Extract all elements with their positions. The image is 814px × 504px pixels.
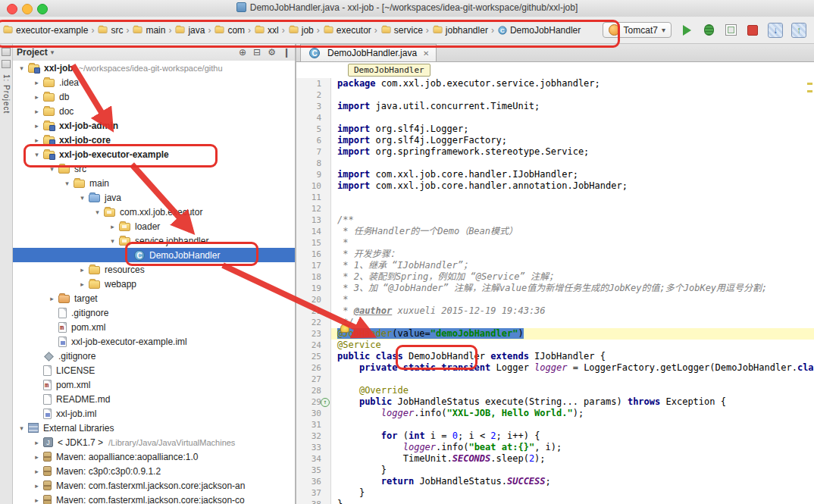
chevron-collapsed-icon[interactable]: ▸ (47, 295, 57, 302)
run-config-select[interactable]: Tomcat7 ▾ (603, 22, 672, 38)
vcs-commit-button[interactable]: ↑ (791, 23, 806, 38)
tree-item[interactable]: ▸Maven: aopalliance:aopalliance:1.0 (12, 449, 295, 464)
inspection-marker[interactable] (807, 90, 812, 92)
folder-icon (176, 27, 185, 33)
tree-item[interactable]: README.md (12, 392, 295, 406)
tree-item[interactable]: LICENSE (12, 363, 295, 377)
chevron-expanded-icon[interactable]: ▾ (47, 165, 57, 173)
view-select[interactable]: Project ▾ (17, 47, 54, 58)
chevron-expanded-icon[interactable]: ▾ (108, 237, 117, 245)
chevron-collapsed-icon[interactable]: ▸ (32, 108, 42, 115)
editor-tab-bar: DemoJobHandler.java ✕ (296, 44, 814, 62)
chevron-collapsed-icon[interactable]: ▸ (108, 223, 117, 230)
tree-item[interactable]: ▸loader (12, 219, 295, 233)
coverage-button[interactable] (724, 23, 737, 37)
close-tab-icon[interactable]: ✕ (423, 49, 429, 58)
chevron-collapsed-icon[interactable]: ▸ (32, 482, 42, 490)
chevron-collapsed-icon[interactable]: ▸ (32, 79, 42, 86)
chevron-right-icon: › (374, 25, 377, 36)
breadcrumb-item[interactable]: xxl (253, 23, 280, 37)
chevron-collapsed-icon[interactable]: ▸ (32, 136, 42, 144)
chevron-collapsed-icon[interactable]: ▸ (32, 453, 42, 461)
breadcrumb-item[interactable]: executor (322, 23, 372, 37)
collapse-all-icon[interactable]: ⊟ (253, 47, 261, 58)
tree-item[interactable]: ▸Maven: com.fasterxml.jackson.core:jacks… (12, 478, 295, 493)
tree-item[interactable]: ▸target (12, 291, 295, 305)
chevron-expanded-icon[interactable]: ▾ (77, 194, 87, 202)
chevron-expanded-icon[interactable]: ▾ (92, 208, 102, 216)
gear-icon[interactable]: ⚙ (268, 47, 276, 58)
tree-item[interactable]: ▸.idea (12, 75, 295, 89)
tree-item[interactable]: xxl-job-executor-example.iml (12, 334, 295, 349)
code-line: 31 (296, 419, 814, 430)
override-marker-icon[interactable]: ↑ (321, 398, 330, 407)
chevron-collapsed-icon[interactable]: ▸ (32, 468, 42, 475)
tree-item[interactable]: xxl-job.iml (12, 406, 295, 421)
intention-bulb-icon[interactable] (340, 324, 349, 333)
tree-item[interactable]: pom.xml (12, 377, 295, 392)
tree-item[interactable]: ▾main (12, 176, 295, 190)
stop-button[interactable] (746, 23, 759, 37)
tree-item[interactable]: ▸xxl-job-admin (12, 118, 295, 133)
hide-panel-icon[interactable]: ❙ (283, 47, 290, 58)
tree-item[interactable]: ▸xxl-job-core (12, 133, 295, 147)
class-name-chip[interactable]: DemoJobHandler (348, 64, 430, 77)
tree-item[interactable]: ▸doc (12, 104, 295, 118)
breadcrumb-item[interactable]: src (96, 23, 124, 37)
tomcat-icon (609, 24, 620, 36)
inspection-marker[interactable] (807, 83, 812, 85)
chevron-collapsed-icon[interactable]: ▸ (32, 122, 42, 130)
tree-item[interactable]: ▾service.jobhandler (12, 233, 295, 248)
tree-item[interactable]: ▸db (12, 89, 295, 104)
tree-item[interactable]: ▾External Libraries (12, 421, 295, 435)
tree-item[interactable]: DemoJobHandler (12, 248, 295, 262)
code-text: /** (331, 214, 814, 226)
tool-window-button-icon[interactable] (2, 60, 11, 68)
breadcrumb-item[interactable]: java (174, 23, 205, 37)
chevron-collapsed-icon[interactable]: ▸ (77, 266, 87, 274)
tree-item[interactable]: ▸resources (12, 262, 295, 277)
code-text: logger.info("beat at:{}", i); (331, 442, 814, 453)
tree-item[interactable]: ▸Maven: com.fasterxml.jackson.core:jacks… (12, 493, 295, 504)
tree-item[interactable]: .gitignore (12, 349, 295, 363)
run-button[interactable] (680, 23, 693, 37)
code-editor[interactable]: 1package com.xxl.job.executor.service.jo… (296, 78, 814, 504)
chevron-expanded-icon[interactable]: ▾ (32, 151, 42, 158)
breadcrumb-item[interactable]: com (213, 23, 246, 37)
tree-item[interactable]: ▸Maven: c3p0:c3p0:0.9.1.2 (12, 464, 295, 478)
tree-item[interactable]: ▾java (12, 190, 295, 205)
debug-button[interactable] (702, 23, 715, 37)
tool-window-button-icon[interactable] (2, 48, 11, 56)
chevron-collapsed-icon[interactable]: ▸ (32, 93, 42, 101)
tree-item[interactable]: ▾xxl-job-executor-example (12, 147, 295, 161)
titlebar: DemoJobHandler.java - xxl-job - [~/works… (0, 0, 814, 17)
breadcrumb-item[interactable]: DemoJobHandler (496, 23, 581, 37)
tree-item[interactable]: .gitignore (12, 305, 295, 320)
chevron-expanded-icon[interactable]: ▾ (17, 64, 27, 72)
tree-item[interactable]: ▸webapp (12, 277, 295, 291)
breadcrumb-item[interactable]: service (380, 23, 424, 37)
tree-item[interactable]: ▾xxl-job~/workspaces/idea-git-workspace/… (12, 61, 295, 75)
tree-item-label: pom.xml (71, 322, 105, 333)
breadcrumb-item[interactable]: job (287, 23, 315, 37)
chevron-expanded-icon[interactable]: ▾ (17, 424, 27, 432)
code-text: return JobHandleStatus.SUCCESS; (331, 476, 814, 487)
project-tool-window-label[interactable]: 1: Project (2, 74, 11, 114)
chevron-expanded-icon[interactable]: ▾ (62, 180, 72, 187)
vcs-update-button[interactable]: ↓ (768, 23, 783, 38)
tab-demojobhandler[interactable]: DemoJobHandler.java ✕ (300, 44, 437, 61)
chevron-collapsed-icon[interactable]: ▸ (32, 439, 42, 446)
panel-toolbar: ⊕ ⊟ ⚙ ❙ (239, 47, 290, 58)
locate-icon[interactable]: ⊕ (239, 47, 246, 58)
tree-item[interactable]: pom.xml (12, 320, 295, 334)
chevron-collapsed-icon[interactable]: ▸ (77, 280, 87, 288)
code-text (331, 203, 814, 214)
tree-item[interactable]: ▾com.xxl.job.executor (12, 205, 295, 219)
tree-item[interactable]: ▾src (12, 161, 295, 176)
breadcrumb-item[interactable]: main (131, 23, 166, 37)
breadcrumb-item[interactable]: executor-example (2, 23, 89, 37)
tree-item[interactable]: ▸< JDK1.7 >/Library/Java/JavaVirtualMach… (12, 435, 295, 449)
line-number: 18 (296, 271, 331, 283)
breadcrumb-item[interactable]: jobhandler (431, 23, 489, 37)
chevron-collapsed-icon[interactable]: ▸ (32, 496, 42, 504)
